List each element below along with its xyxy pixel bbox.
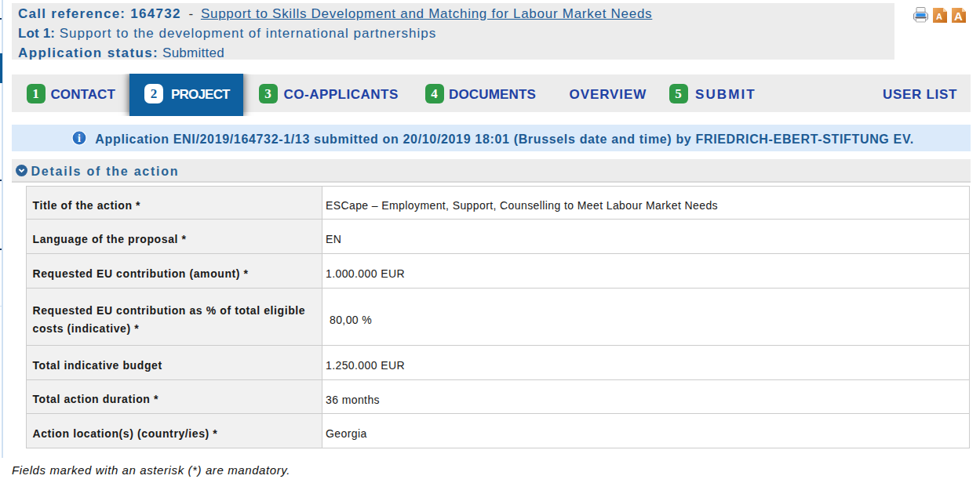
- svg-text:A: A: [936, 12, 942, 21]
- svg-text:A: A: [954, 9, 963, 23]
- svg-text:i: i: [78, 132, 81, 144]
